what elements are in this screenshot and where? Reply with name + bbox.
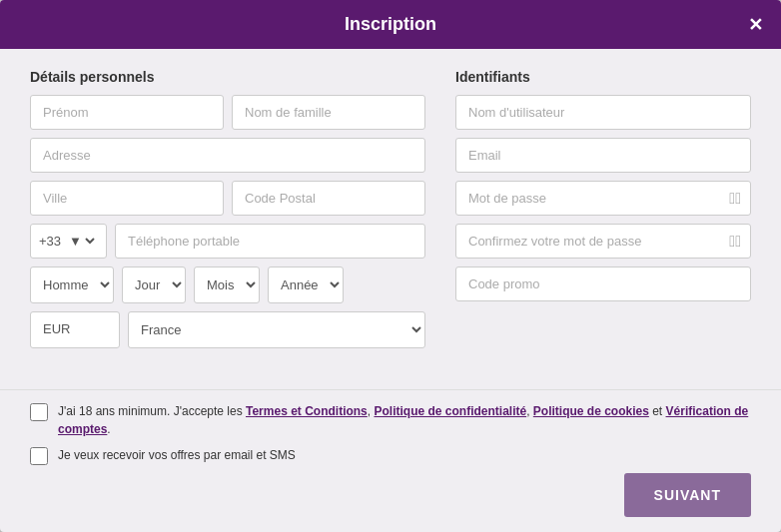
last-name-input[interactable] bbox=[232, 95, 425, 130]
footer-bottom: SUIVANT bbox=[30, 473, 751, 517]
confirm-password-wrapper: 👁̸ bbox=[455, 224, 751, 259]
footer-area: J'ai 18 ans minimum. J'accepte les Terme… bbox=[0, 402, 781, 532]
promo-code-input[interactable] bbox=[455, 266, 751, 301]
newsletter-checkbox-row: Je veux recevoir vos offres par email et… bbox=[30, 446, 751, 465]
currency-country-row: EUR France bbox=[30, 311, 425, 348]
promo-row bbox=[455, 266, 751, 301]
phone-prefix-select[interactable]: ▼ bbox=[65, 233, 98, 250]
modal-body: Détails personnels +33 ▼ bbox=[0, 49, 781, 375]
confirm-password-input[interactable] bbox=[455, 224, 751, 259]
modal-header: Inscription ✕ bbox=[0, 0, 781, 49]
month-select[interactable]: Mois bbox=[194, 266, 260, 303]
first-name-input[interactable] bbox=[30, 95, 224, 130]
divider bbox=[0, 389, 781, 390]
city-postal-row bbox=[30, 181, 425, 216]
confirm-password-row: 👁̸ bbox=[455, 224, 751, 259]
personal-details-label: Détails personnels bbox=[30, 69, 425, 85]
terms-checkbox[interactable] bbox=[30, 403, 48, 421]
password-row: 👁̸ bbox=[455, 181, 751, 216]
form-columns: Détails personnels +33 ▼ bbox=[30, 69, 751, 356]
phone-input[interactable] bbox=[115, 224, 425, 259]
day-select[interactable]: Jour bbox=[122, 266, 186, 303]
suivant-button[interactable]: SUIVANT bbox=[624, 473, 751, 517]
email-row bbox=[455, 138, 751, 173]
dob-gender-row: Homme Femme Jour Mois Année bbox=[30, 266, 425, 303]
username-row bbox=[455, 95, 751, 130]
password-input[interactable] bbox=[455, 181, 751, 216]
newsletter-checkbox[interactable] bbox=[30, 447, 48, 465]
country-select[interactable]: France bbox=[128, 311, 425, 348]
close-button[interactable]: ✕ bbox=[748, 14, 763, 36]
personal-details-col: Détails personnels +33 ▼ bbox=[30, 69, 425, 356]
year-select[interactable]: Année bbox=[268, 266, 344, 303]
address-row bbox=[30, 138, 425, 173]
terms-label: J'ai 18 ans minimum. J'accepte les Terme… bbox=[58, 402, 751, 438]
cookies-link[interactable]: Politique de cookies bbox=[533, 404, 649, 418]
inscription-modal: Inscription ✕ Détails personnels bbox=[0, 0, 781, 532]
newsletter-label: Je veux recevoir vos offres par email et… bbox=[58, 446, 296, 464]
address-input[interactable] bbox=[30, 138, 425, 173]
gender-select[interactable]: Homme Femme bbox=[30, 266, 114, 303]
terms-checkbox-row: J'ai 18 ans minimum. J'accepte les Terme… bbox=[30, 402, 751, 438]
password-eye-icon[interactable]: 👁̸ bbox=[729, 190, 741, 208]
name-row bbox=[30, 95, 425, 130]
username-input[interactable] bbox=[455, 95, 751, 130]
identifiers-label: Identifiants bbox=[455, 69, 751, 85]
privacy-link[interactable]: Politique de confidentialité bbox=[374, 404, 526, 418]
terms-link[interactable]: Termes et Conditions bbox=[246, 404, 368, 418]
modal-title: Inscription bbox=[345, 14, 436, 34]
postal-code-input[interactable] bbox=[232, 181, 425, 216]
currency-display: EUR bbox=[30, 311, 120, 348]
phone-row: +33 ▼ bbox=[30, 224, 425, 259]
password-field-wrapper: 👁̸ bbox=[455, 181, 751, 216]
identifiers-col: Identifiants 👁̸ 👁̸ bbox=[455, 69, 751, 356]
email-input[interactable] bbox=[455, 138, 751, 173]
phone-prefix-box[interactable]: +33 ▼ bbox=[30, 224, 107, 259]
city-input[interactable] bbox=[30, 181, 224, 216]
phone-prefix-text: +33 bbox=[39, 234, 61, 249]
confirm-eye-icon[interactable]: 👁̸ bbox=[729, 233, 741, 251]
